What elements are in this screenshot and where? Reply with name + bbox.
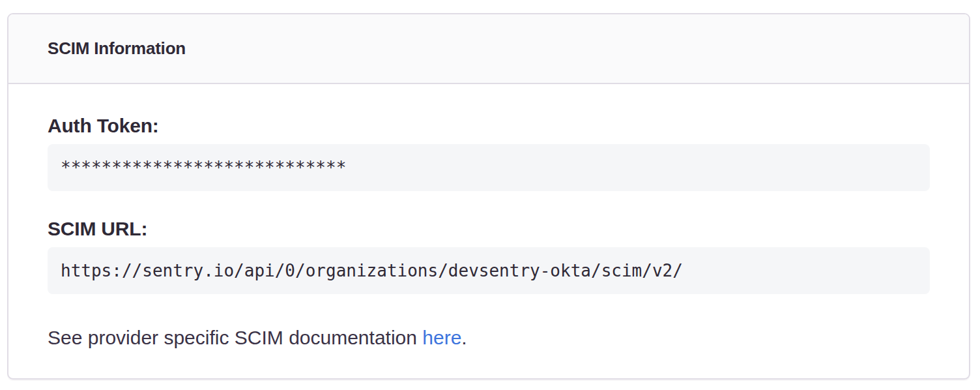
panel-body: Auth Token: ****************************… (8, 84, 969, 350)
scim-url-value: https://sentry.io/api/0/organizations/de… (48, 247, 930, 294)
documentation-note: See provider specific SCIM documentation… (48, 325, 930, 350)
auth-token-field: Auth Token: **************************** (48, 114, 930, 191)
auth-token-value: **************************** (48, 144, 930, 191)
documentation-link[interactable]: here (422, 327, 461, 348)
note-text: See provider specific SCIM documentation (48, 327, 422, 348)
scim-information-panel: SCIM Information Auth Token: ***********… (7, 13, 970, 380)
scim-url-field: SCIM URL: https://sentry.io/api/0/organi… (48, 217, 930, 294)
note-period: . (461, 327, 467, 348)
scim-url-label: SCIM URL: (48, 217, 930, 241)
panel-title: SCIM Information (48, 38, 186, 59)
panel-header: SCIM Information (8, 14, 969, 84)
auth-token-label: Auth Token: (48, 114, 930, 138)
